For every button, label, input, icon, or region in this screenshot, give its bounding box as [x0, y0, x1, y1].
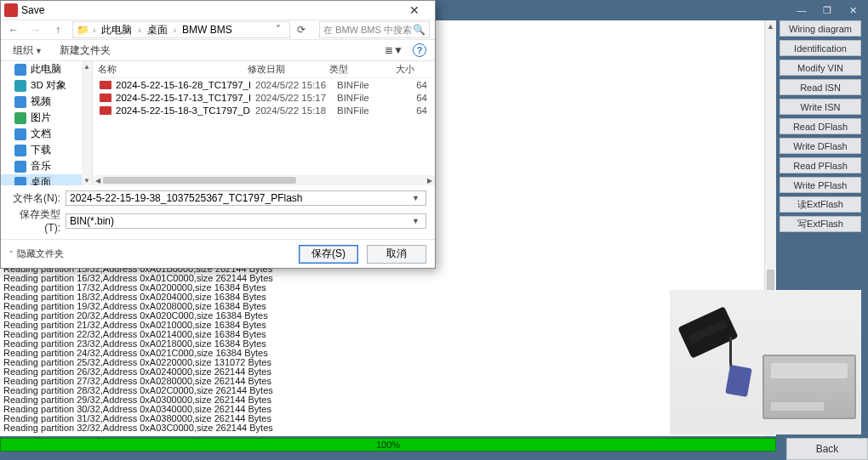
tree-item-label: 3D 对象	[31, 79, 66, 92]
file-row[interactable]: 2024-5-22-15-16-28_TC1797_DFlash2024/5/2…	[93, 78, 435, 91]
ecu-unit-icon	[762, 355, 856, 419]
new-folder-button[interactable]: 新建文件夹	[56, 42, 114, 60]
filetype-value: BIN(*.bin)	[70, 215, 114, 227]
hide-folders-label: 隐藏文件夹	[17, 247, 64, 260]
mus-icon	[14, 161, 26, 173]
breadcrumb[interactable]: 📁 › 此电脑 › 桌面 › BMW BMS ˅	[72, 21, 290, 38]
doc-icon	[14, 128, 26, 140]
tree-item-桌面[interactable]: 桌面	[1, 174, 92, 185]
pc-icon	[14, 64, 26, 76]
help-button[interactable]: ?	[413, 43, 426, 57]
column-type[interactable]: 类型	[324, 63, 391, 76]
action-button-modify-vin[interactable]: Modify VIN	[779, 60, 861, 76]
column-date[interactable]: 修改日期	[243, 63, 324, 76]
file-size: 64	[398, 80, 427, 90]
action-button-write-pflash[interactable]: Write PFlash	[779, 177, 861, 193]
folder-icon: 📁	[77, 24, 89, 36]
dialog-title: Save	[21, 4, 44, 16]
action-button-读extflash[interactable]: 读ExtFlash	[779, 196, 861, 213]
tree-item-下载[interactable]: 下载	[1, 142, 92, 158]
filetype-select[interactable]: BIN(*.bin) ▼	[66, 213, 426, 229]
file-size: 64	[398, 93, 427, 103]
nav-forward-button[interactable]: →	[28, 22, 43, 37]
filename-input[interactable]: 2024-5-22-15-19-38_1037525367_TC1797_PFl…	[66, 190, 426, 206]
filetype-dropdown-icon[interactable]: ▼	[409, 217, 422, 225]
action-button-read-dflash[interactable]: Read DFlash	[779, 118, 861, 134]
file-date: 2024/5/22 15:17	[250, 93, 332, 103]
app-close-button[interactable]: ✕	[842, 2, 863, 19]
filename-label: 文件名(N):	[9, 191, 60, 206]
tree-item-音乐[interactable]: 音乐	[1, 158, 92, 174]
breadcrumb-seg-2[interactable]: BMW BMS	[180, 24, 235, 36]
save-button[interactable]: 保存(S)	[299, 245, 358, 264]
action-button-write-isn[interactable]: Write ISN	[779, 99, 861, 115]
pic-icon	[14, 112, 26, 124]
app-minimize-button[interactable]: —	[791, 2, 812, 19]
log-lines: Reading partition 15/32,Address 0xA01B00…	[3, 264, 774, 433]
tree-item-图片[interactable]: 图片	[1, 110, 92, 126]
caret-down-icon: ▼	[393, 44, 403, 56]
hide-folders-toggle[interactable]: ˄ 隐藏文件夹	[9, 247, 64, 260]
action-button-写extflash[interactable]: 写ExtFlash	[779, 216, 861, 232]
organize-label: 组织	[13, 44, 33, 56]
tree-item-label: 图片	[31, 111, 51, 124]
file-name: 2024-5-22-15-16-28_TC1797_DFlash	[116, 80, 250, 90]
tree-item-label: 下载	[31, 144, 51, 156]
tree-item-视频[interactable]: 视频	[1, 94, 92, 110]
action-button-write-dflash[interactable]: Write DFlash	[779, 138, 861, 154]
action-button-read-pflash[interactable]: Read PFlash	[779, 157, 861, 173]
file-name: 2024-5-22-15-17-13_TC1797_DFlash	[116, 93, 250, 103]
file-list-header[interactable]: 名称 修改日期 类型 大小	[93, 61, 435, 78]
dialog-titlebar[interactable]: Save ✕	[1, 1, 435, 20]
dialog-close-button[interactable]: ✕	[397, 3, 431, 17]
search-icon[interactable]: 🔍	[413, 24, 425, 36]
nav-up-button[interactable]: ↑	[50, 22, 66, 37]
filename-dropdown-icon[interactable]: ▼	[409, 194, 422, 202]
view-options-button[interactable]: ≣▼	[385, 42, 403, 59]
search-input[interactable]: 在 BMW BMS 中搜索 🔍	[319, 21, 430, 38]
file-list[interactable]: 2024-5-22-15-16-28_TC1797_DFlash2024/5/2…	[93, 78, 435, 185]
file-row[interactable]: 2024-5-22-15-18-3_TC1797_DFlash2024/5/22…	[93, 104, 435, 116]
tree-scrollbar[interactable]: ▲ ▼	[82, 61, 92, 185]
right-action-column: Wiring diagramIdentificationModify VINRe…	[779, 20, 861, 232]
column-name[interactable]: 名称	[93, 63, 243, 76]
app-icon	[4, 3, 18, 17]
scroll-down-arrow-icon[interactable]: ▼	[82, 175, 92, 185]
scroll-right-arrow-icon[interactable]: ▶	[425, 175, 435, 185]
progress-bar: 100%	[0, 438, 776, 451]
action-button-read-isn[interactable]: Read ISN	[779, 79, 861, 95]
organize-menu[interactable]: 组织▼	[9, 42, 46, 60]
tree-item-3D 对象[interactable]: 3D 对象	[1, 77, 92, 94]
back-button[interactable]: Back	[786, 438, 868, 460]
breadcrumb-seg-0[interactable]: 此电脑	[99, 23, 134, 37]
filename-value: 2024-5-22-15-19-38_1037525367_TC1797_PFl…	[70, 192, 303, 204]
file-row[interactable]: 2024-5-22-15-17-13_TC1797_DFlash2024/5/2…	[93, 91, 435, 104]
desk-icon	[14, 177, 26, 186]
file-hscrollbar[interactable]: ◀ ▶	[93, 175, 435, 185]
folder-tree[interactable]: 此电脑3D 对象视频图片文档下载音乐桌面本地磁盘 (C:)软件 (E:) ▲ ▼	[1, 61, 93, 185]
tree-item-此电脑[interactable]: 此电脑	[1, 61, 92, 77]
view-list-icon: ≣	[385, 44, 393, 56]
cancel-button[interactable]: 取消	[367, 245, 426, 264]
action-button-identification[interactable]: Identification	[779, 40, 861, 56]
chevron-up-icon: ˄	[9, 250, 14, 258]
refresh-button[interactable]: ⟳	[297, 24, 312, 36]
action-button-wiring-diagram[interactable]: Wiring diagram	[779, 20, 861, 37]
scroll-left-arrow-icon[interactable]: ◀	[93, 175, 103, 185]
file-size: 64	[398, 105, 427, 116]
app-maximize-button[interactable]: ❐	[817, 2, 837, 19]
tree-item-文档[interactable]: 文档	[1, 126, 92, 142]
breadcrumb-dropdown-icon[interactable]: ˅	[271, 22, 286, 37]
breadcrumb-seg-1[interactable]: 桌面	[145, 23, 170, 37]
file-type: BINFile	[332, 93, 398, 103]
tree-item-label: 音乐	[31, 160, 51, 173]
nav-back-button[interactable]: ←	[6, 22, 21, 37]
file-name: 2024-5-22-15-18-3_TC1797_DFlash	[116, 105, 250, 116]
hscroll-thumb[interactable]	[103, 177, 296, 184]
progress-text: 100%	[376, 440, 400, 450]
caret-down-icon: ▼	[35, 47, 43, 55]
device-photo-panel	[670, 290, 861, 434]
column-size[interactable]: 大小	[391, 63, 420, 76]
scroll-up-arrow-icon[interactable]: ▲	[765, 20, 776, 32]
scroll-up-arrow-icon[interactable]: ▲	[82, 61, 92, 71]
